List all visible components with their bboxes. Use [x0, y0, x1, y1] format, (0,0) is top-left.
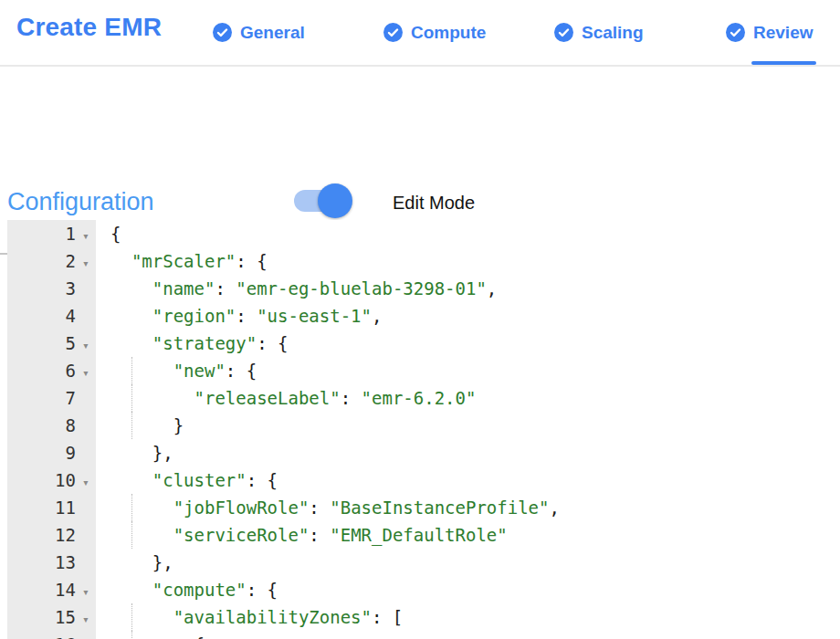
- check-circle-icon: [213, 23, 232, 42]
- code-line: 7 "releaseLabel": "emr-6.2.0": [7, 384, 840, 412]
- code-line: 13 },: [7, 549, 840, 576]
- check-circle-icon: [383, 23, 403, 42]
- edit-mode-toggle[interactable]: [294, 190, 345, 212]
- indent-guide: [131, 357, 132, 384]
- edit-mode-label: Edit Mode: [393, 193, 475, 214]
- code-line: 4 "region": "us-east-1",: [7, 302, 840, 330]
- line-number: 9: [66, 439, 76, 466]
- indent-guide: [131, 603, 132, 631]
- code-line: 16 ▾ {: [7, 631, 840, 639]
- json-code-editor[interactable]: 1 ▾ { 2 ▾ "mrScaler": { 3 "name": "emr-e…: [7, 220, 840, 639]
- code-text[interactable]: "availabilityZones": [: [96, 603, 840, 631]
- line-number: 15: [55, 603, 76, 631]
- tab-general[interactable]: General: [213, 0, 305, 65]
- line-number: 16: [55, 631, 76, 639]
- line-number: 14: [55, 576, 76, 603]
- gutter-cell: 4: [7, 302, 96, 330]
- gutter-cell: 1 ▾: [7, 220, 96, 247]
- indent-guide: [131, 494, 132, 521]
- gutter-cell: 11: [7, 494, 96, 521]
- code-lines: 1 ▾ { 2 ▾ "mrScaler": { 3 "name": "emr-e…: [7, 220, 840, 639]
- line-number: 3: [66, 275, 76, 302]
- tab-review[interactable]: Review: [726, 0, 813, 65]
- gutter-cell: 9: [7, 439, 96, 466]
- line-number: 6: [66, 357, 76, 384]
- gutter-cell: 7: [7, 384, 96, 412]
- code-text[interactable]: },: [96, 549, 840, 576]
- code-line: 9 },: [7, 439, 840, 466]
- gutter-cell: 15 ▾: [7, 603, 96, 631]
- indent-guide: [131, 384, 132, 412]
- fold-toggle-icon[interactable]: ▾: [82, 360, 89, 387]
- gutter-cell: 2 ▾: [7, 247, 96, 275]
- code-text[interactable]: "serviceRole": "EMR_DefaultRole": [96, 521, 840, 549]
- code-line: 8 }: [7, 412, 840, 439]
- code-text[interactable]: "releaseLabel": "emr-6.2.0": [96, 384, 840, 412]
- check-circle-icon: [726, 23, 745, 42]
- code-line: 5 ▾ "strategy": {: [7, 330, 840, 357]
- tab-scaling[interactable]: Scaling: [554, 0, 644, 65]
- line-number: 11: [55, 494, 76, 521]
- code-line: 14 ▾ "compute": {: [7, 576, 840, 603]
- gutter-cell: 16 ▾: [7, 631, 96, 639]
- gutter-cell: 13: [7, 549, 96, 576]
- gutter-cell: 10 ▾: [7, 466, 96, 494]
- code-text[interactable]: "compute": {: [96, 576, 840, 603]
- code-text[interactable]: {: [96, 631, 840, 639]
- code-text[interactable]: "new": {: [96, 357, 840, 384]
- indent-guide: [131, 521, 132, 549]
- code-line: 15 ▾ "availabilityZones": [: [7, 603, 840, 631]
- gutter-cell: 6 ▾: [7, 357, 96, 384]
- code-line: 10 ▾ "cluster": {: [7, 466, 840, 494]
- line-number: 5: [66, 330, 76, 357]
- step-label: Review: [753, 23, 813, 43]
- indent-guide: [131, 631, 132, 639]
- code-line: 12 "serviceRole": "EMR_DefaultRole": [7, 521, 840, 549]
- step-label: General: [240, 23, 305, 43]
- line-number: 12: [55, 521, 76, 549]
- code-line: 6 ▾ "new": {: [7, 357, 840, 384]
- fold-toggle-icon[interactable]: ▾: [82, 250, 89, 278]
- code-line: 11 "jobFlowRole": "BaseInstanceProfile",: [7, 494, 840, 521]
- fold-toggle-icon[interactable]: ▾: [82, 332, 89, 360]
- gutter-cell: 5 ▾: [7, 330, 96, 357]
- line-number: 13: [55, 549, 76, 576]
- code-text[interactable]: "jobFlowRole": "BaseInstanceProfile",: [96, 494, 840, 521]
- code-text[interactable]: {: [96, 220, 840, 247]
- code-text[interactable]: }: [96, 412, 840, 439]
- gutter-cell: 14 ▾: [7, 576, 96, 603]
- fold-toggle-icon[interactable]: ▾: [82, 469, 89, 497]
- line-number: 8: [66, 412, 76, 439]
- fold-toggle-icon[interactable]: ▾: [82, 634, 89, 639]
- wizard-header: Create EMR General Compute Scaling Revie…: [0, 0, 840, 67]
- code-line: 2 ▾ "mrScaler": {: [7, 247, 840, 275]
- gutter-cell: 8: [7, 412, 96, 439]
- code-text[interactable]: "cluster": {: [96, 466, 840, 494]
- code-text[interactable]: "region": "us-east-1",: [96, 302, 840, 330]
- code-line: 3 "name": "emr-eg-bluelab-3298-01",: [7, 275, 840, 302]
- configuration-section: Configuration Edit Mode: [0, 67, 840, 187]
- line-number: 1: [66, 220, 76, 247]
- section-heading: Configuration: [7, 188, 154, 216]
- code-text[interactable]: "strategy": {: [96, 330, 840, 357]
- fold-toggle-icon[interactable]: ▾: [82, 223, 89, 250]
- check-circle-icon: [554, 23, 573, 42]
- line-number: 10: [55, 466, 76, 494]
- code-text[interactable]: "name": "emr-eg-bluelab-3298-01",: [96, 275, 840, 302]
- step-label: Scaling: [582, 23, 644, 43]
- line-number: 2: [66, 247, 76, 275]
- gutter-cell: 3: [7, 275, 96, 302]
- code-text[interactable]: "mrScaler": {: [96, 247, 840, 275]
- fold-toggle-icon[interactable]: ▾: [82, 606, 89, 634]
- toggle-knob[interactable]: [318, 183, 352, 218]
- code-text[interactable]: },: [96, 439, 840, 466]
- step-label: Compute: [411, 23, 486, 43]
- line-number: 7: [66, 384, 76, 412]
- fold-toggle-icon[interactable]: ▾: [82, 579, 89, 606]
- line-number: 4: [66, 302, 76, 330]
- code-line: 1 ▾ {: [7, 220, 840, 247]
- tab-compute[interactable]: Compute: [383, 0, 486, 65]
- gutter-cell: 12: [7, 521, 96, 549]
- page-title: Create EMR: [16, 13, 162, 42]
- indent-guide: [131, 412, 132, 439]
